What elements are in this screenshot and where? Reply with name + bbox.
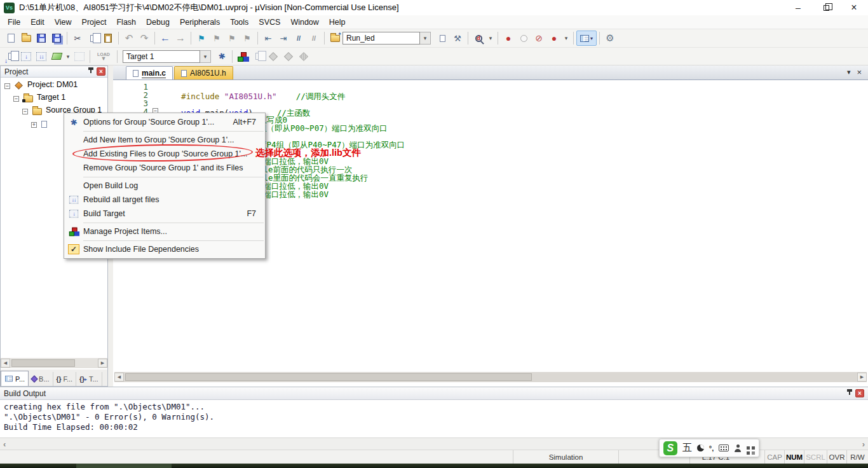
components-button[interactable] — [281, 49, 296, 64]
profile-icon[interactable] — [734, 444, 742, 452]
menu-svcs[interactable]: SVCS — [254, 15, 285, 29]
paste-button[interactable] — [100, 31, 116, 46]
stop-build-button[interactable] — [72, 49, 87, 64]
pin-icon[interactable] — [90, 70, 92, 73]
scroll-right-button[interactable]: ▶ — [857, 373, 867, 382]
navigate-back-button[interactable]: ← — [158, 31, 173, 46]
expander-collapse[interactable]: − — [4, 83, 10, 89]
unindent-button[interactable]: ⇤ — [261, 31, 276, 46]
debug-dropdown[interactable]: ▾ — [486, 31, 495, 46]
target-select[interactable]: Target 1 — [123, 50, 200, 63]
rebuild-button[interactable]: ↓↓ — [34, 49, 49, 64]
scroll-left-button[interactable]: ◀ — [1, 359, 10, 368]
expander-collapse[interactable]: − — [22, 109, 28, 114]
translate-button[interactable]: ↓ — [3, 49, 18, 64]
menu-item-options-for-group[interactable]: ✱ Options for Group 'Source Group 1'... … — [64, 115, 265, 129]
scroll-left-chevron-icon[interactable]: ‹ — [3, 439, 6, 449]
sogou-logo-icon[interactable]: S — [663, 441, 677, 455]
menu-edit[interactable]: Edit — [25, 15, 50, 29]
kill-all-breakpoints-button[interactable]: ● — [546, 31, 562, 46]
batch-build-dropdown[interactable]: ▾ — [64, 49, 72, 64]
comment-button[interactable]: // — [291, 31, 306, 46]
redo-button[interactable]: ↷ — [137, 31, 152, 46]
moon-icon[interactable] — [697, 444, 704, 451]
find-dialog-button[interactable] — [435, 31, 450, 46]
toolbox-grid-icon[interactable] — [747, 446, 750, 450]
menu-flash[interactable]: Flash — [111, 15, 141, 29]
tree-item-project[interactable]: Project: DM01 — [27, 80, 78, 89]
open-file-button[interactable] — [18, 31, 34, 46]
tab-books[interactable]: B... — [29, 372, 53, 386]
scrollbar-thumb[interactable] — [125, 373, 532, 381]
disable-all-breakpoints-button[interactable]: ⊘ — [531, 31, 546, 46]
tab-templates[interactable]: {} ▸ T... — [76, 372, 102, 386]
pin-icon[interactable] — [849, 392, 850, 395]
scroll-left-button[interactable]: ◀ — [114, 373, 124, 382]
keyboard-icon[interactable] — [719, 444, 729, 451]
configure-tools-button[interactable]: ⚙ — [602, 31, 618, 46]
scroll-right-chevron-icon[interactable]: › — [862, 439, 865, 449]
menu-project[interactable]: Project — [77, 15, 112, 29]
target-select-dropdown[interactable]: ▾ — [200, 50, 211, 63]
pack-installer-button[interactable] — [296, 49, 311, 64]
cut-button[interactable]: ✂ — [70, 31, 85, 46]
bookmark-prev-button[interactable]: ⚑ — [209, 31, 224, 46]
build-button[interactable]: ↓ — [18, 49, 34, 64]
disable-breakpoint-button[interactable] — [516, 31, 531, 46]
tab-functions[interactable]: {} F... — [53, 372, 76, 386]
batch-build-button[interactable] — [49, 49, 64, 64]
undo-button[interactable]: ↶ — [121, 31, 137, 46]
find-combo[interactable]: Run_led — [342, 32, 420, 45]
scroll-right-button[interactable]: ▶ — [98, 359, 107, 368]
navigate-forward-button[interactable]: → — [173, 31, 188, 46]
books-button[interactable] — [266, 49, 281, 64]
editor-hscrollbar[interactable]: ◀ ▶ — [114, 372, 867, 382]
file-extensions-button[interactable] — [250, 49, 266, 64]
new-file-button[interactable] — [3, 31, 18, 46]
options-for-target-button[interactable]: ✱ — [214, 49, 229, 64]
restore-button[interactable] — [812, 0, 840, 15]
bookmark-next-button[interactable]: ⚑ — [224, 31, 240, 46]
ime-mode-chinese[interactable]: 五 — [682, 442, 692, 454]
expander-expand[interactable]: + — [31, 122, 37, 128]
insert-breakpoint-button[interactable]: ● — [501, 31, 516, 46]
menu-tools[interactable]: Tools — [225, 15, 254, 29]
start-stop-debug-button[interactable]: d — [471, 31, 486, 46]
breakpoint-dropdown[interactable]: ▾ — [562, 31, 571, 46]
punctuation-toggle[interactable]: °, — [709, 444, 714, 452]
copy-button[interactable] — [85, 31, 100, 46]
tree-item-target[interactable]: Target 1 — [37, 93, 65, 102]
find-combo-dropdown[interactable]: ▾ — [420, 32, 431, 45]
menu-file[interactable]: File — [3, 15, 25, 29]
menu-item-open-build-log[interactable]: Open Build Log — [64, 179, 265, 193]
menu-help[interactable]: Help — [324, 15, 351, 29]
editor-close-button[interactable]: × — [857, 67, 862, 77]
incremental-find-button[interactable]: ⚒ — [450, 31, 465, 46]
find-in-files-button[interactable]: ✦ — [327, 31, 342, 46]
save-all-button[interactable] — [49, 31, 64, 46]
editor-tab-ai8051u-h[interactable]: AI8051U.h — [174, 66, 233, 79]
scrollbar-thumb[interactable] — [11, 359, 75, 367]
expander-collapse[interactable]: − — [13, 96, 19, 102]
bookmark-toggle-button[interactable]: ⚑ — [194, 31, 209, 46]
menu-debug[interactable]: Debug — [141, 15, 175, 29]
menu-window[interactable]: Window — [285, 15, 323, 29]
window-layout-button[interactable]: ▾ — [576, 31, 597, 46]
build-output-close-button[interactable]: × — [855, 389, 864, 397]
menu-item-show-include-dependencies[interactable]: ✓ Show Include File Dependencies — [64, 242, 265, 256]
menu-item-build-target[interactable]: ↓ Build Target F7 — [64, 207, 265, 221]
close-button[interactable]: × — [840, 0, 868, 15]
tab-project[interactable]: P... — [1, 371, 29, 386]
indent-button[interactable]: ⇥ — [276, 31, 291, 46]
minimize-button[interactable]: – — [784, 0, 812, 15]
menu-peripherals[interactable]: Peripherals — [175, 15, 225, 29]
project-panel-hscrollbar[interactable]: ◀ ▶ — [1, 358, 107, 368]
menu-item-remove-group[interactable]: Remove Group 'Source Group 1' and its Fi… — [64, 161, 265, 175]
save-button[interactable] — [34, 31, 49, 46]
project-panel-close-button[interactable]: × — [97, 67, 105, 76]
uncomment-button[interactable]: // — [306, 31, 322, 46]
menu-item-manage-project-items[interactable]: Manage Project Items... — [64, 224, 265, 238]
download-button[interactable]: LOAD ▼ — [93, 49, 114, 64]
manage-project-items-button[interactable] — [235, 49, 250, 64]
editor-tab-main-c[interactable]: main.c — [126, 66, 173, 79]
